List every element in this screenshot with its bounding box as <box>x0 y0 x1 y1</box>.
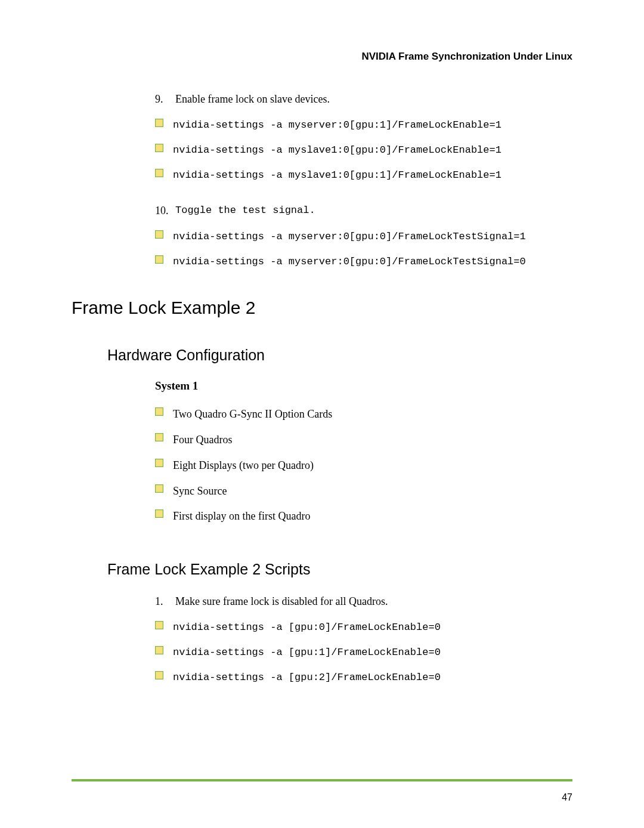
square-bullet-icon <box>155 230 173 239</box>
command-text: nvidia-settings -a myslave1:0[gpu:0]/Fra… <box>173 142 501 159</box>
command-item: nvidia-settings -a myserver:0[gpu:0]/Fra… <box>155 254 572 270</box>
step-10: 10. Toggle the test signal. <box>155 203 572 219</box>
scripts-list: 1. Make sure frame lock is disabled for … <box>155 594 572 686</box>
header-title: NVIDIA Frame Synchronization Under Linux <box>361 51 572 62</box>
step-text: Enable frame lock on slave devices. <box>175 91 330 107</box>
svg-rect-6 <box>156 434 163 441</box>
list-text: Eight Displays (two per Quadro) <box>173 457 314 474</box>
svg-rect-7 <box>156 459 163 466</box>
page-header: NVIDIA Frame Synchronization Under Linux <box>72 51 572 63</box>
svg-rect-0 <box>156 119 163 127</box>
svg-rect-10 <box>156 622 163 629</box>
square-bullet-icon <box>155 433 173 441</box>
square-bullet-icon <box>155 671 173 679</box>
heading-example-2-scripts: Frame Lock Example 2 Scripts <box>107 561 572 578</box>
command-text: nvidia-settings -a [gpu:2]/FrameLockEnab… <box>173 669 441 686</box>
square-bullet-icon <box>155 255 173 264</box>
command-item: nvidia-settings -a myslave1:0[gpu:1]/Fra… <box>155 167 572 184</box>
svg-rect-3 <box>156 231 163 239</box>
hardware-list: Two Quadro G-Sync II Option Cards Four Q… <box>155 406 572 525</box>
svg-rect-12 <box>156 672 163 679</box>
command-text: nvidia-settings -a [gpu:1]/FrameLockEnab… <box>173 644 441 661</box>
svg-rect-8 <box>156 484 163 492</box>
list-text: First display on the first Quadro <box>173 508 310 525</box>
step-9: 9. Enable frame lock on slave devices. <box>155 91 572 107</box>
page-number: 47 <box>72 792 572 803</box>
square-bullet-icon <box>155 144 173 152</box>
step-number: 9. <box>155 91 175 107</box>
list-text: Sync Source <box>173 483 227 500</box>
square-bullet-icon <box>155 407 173 416</box>
command-item: nvidia-settings -a [gpu:2]/FrameLockEnab… <box>155 669 572 686</box>
heading-system-1: System 1 <box>155 379 572 393</box>
list-item: Four Quadros <box>155 431 572 449</box>
command-item: nvidia-settings -a [gpu:1]/FrameLockEnab… <box>155 644 572 661</box>
square-bullet-icon <box>155 169 173 177</box>
square-bullet-icon <box>155 646 173 654</box>
svg-rect-4 <box>156 256 163 264</box>
step-number: 1. <box>155 594 175 610</box>
command-text: nvidia-settings -a myslave1:0[gpu:1]/Fra… <box>173 167 501 184</box>
command-item: nvidia-settings -a [gpu:0]/FrameLockEnab… <box>155 619 572 636</box>
step-number: 10. <box>155 203 175 219</box>
script-step-1: 1. Make sure frame lock is disabled for … <box>155 594 572 610</box>
svg-rect-5 <box>156 408 163 416</box>
list-item: Sync Source <box>155 483 572 500</box>
svg-rect-11 <box>156 647 163 654</box>
svg-rect-2 <box>156 169 163 177</box>
list-item: First display on the first Quadro <box>155 508 572 525</box>
step-text: Make sure frame lock is disabled for all… <box>175 594 388 610</box>
heading-hardware-config: Hardware Configuration <box>107 347 572 364</box>
list-item: Eight Displays (two per Quadro) <box>155 457 572 474</box>
command-item: nvidia-settings -a myserver:0[gpu:0]/Fra… <box>155 228 572 245</box>
square-bullet-icon <box>155 484 173 493</box>
square-bullet-icon <box>155 509 173 518</box>
command-item: nvidia-settings -a myserver:0[gpu:1]/Fra… <box>155 117 572 134</box>
command-text: nvidia-settings -a myserver:0[gpu:0]/Fra… <box>173 228 526 245</box>
square-bullet-icon <box>155 621 173 629</box>
command-text: nvidia-settings -a myserver:0[gpu:1]/Fra… <box>173 117 501 134</box>
list-item: Two Quadro G-Sync II Option Cards <box>155 406 572 423</box>
svg-rect-9 <box>156 510 163 518</box>
list-text: Four Quadros <box>173 431 233 449</box>
heading-example-2: Frame Lock Example 2 <box>72 298 572 318</box>
command-item: nvidia-settings -a myslave1:0[gpu:0]/Fra… <box>155 142 572 159</box>
command-text: nvidia-settings -a [gpu:0]/FrameLockEnab… <box>173 619 441 636</box>
svg-rect-1 <box>156 144 163 152</box>
square-bullet-icon <box>155 119 173 127</box>
command-text: nvidia-settings -a myserver:0[gpu:0]/Fra… <box>173 254 526 270</box>
list-text: Two Quadro G-Sync II Option Cards <box>173 406 332 423</box>
square-bullet-icon <box>155 459 173 467</box>
footer-divider <box>72 779 572 781</box>
main-content: 9. Enable frame lock on slave devices. n… <box>155 91 572 270</box>
step-text: Toggle the test signal. <box>175 203 315 219</box>
page-footer: 47 <box>72 779 572 803</box>
